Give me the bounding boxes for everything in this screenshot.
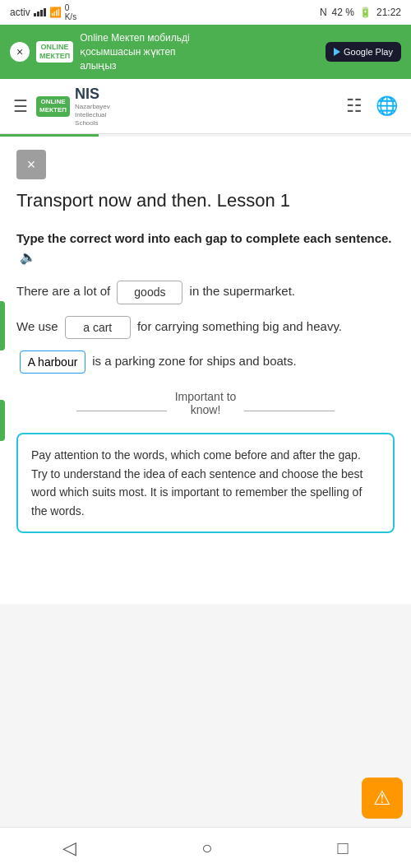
promo-text: Online Мектеп мобильдіқосымшасын жүктепа… <box>80 31 190 72</box>
battery-icon: 🔋 <box>359 7 372 18</box>
carrier-label: activ <box>10 7 30 18</box>
status-left: activ 📶 0K/s <box>10 3 76 21</box>
speaker-icon[interactable]: 🔈 <box>20 250 36 264</box>
promo-banner: × ONLINE МЕКТЕП Online Мектеп мобильдіқо… <box>0 25 411 79</box>
info-box-text: Pay attention to the words, which come b… <box>31 448 363 517</box>
close-icon: × <box>16 45 23 58</box>
close-icon: × <box>27 156 36 174</box>
sentence-1-gap[interactable]: goods <box>117 281 182 304</box>
list-icon[interactable]: ☷ <box>346 95 363 117</box>
main-content: × Transport now and then. Lesson 1 Type … <box>0 137 411 604</box>
nav-left: ☰ ONLINE МЕКТЕП NIS NazarbayevIntellectu… <box>13 86 110 127</box>
nav-right: ☷ 🌐 <box>346 95 398 117</box>
recents-button[interactable]: □ <box>338 838 349 859</box>
sentence-3-after: is a parking zone for ships and boats. <box>92 354 296 368</box>
sentence-1-after: in the supermarket. <box>190 284 295 298</box>
data-speed: 0K/s <box>65 3 76 21</box>
bottom-nav: ◁ ○ □ <box>0 827 411 868</box>
sentence-2-gap[interactable]: a cart <box>65 316 131 339</box>
wifi-icon: 📶 <box>49 7 62 18</box>
promo-close-button[interactable]: × <box>10 42 30 62</box>
home-button[interactable]: ○ <box>201 838 212 859</box>
hamburger-icon[interactable]: ☰ <box>13 96 28 116</box>
info-box: Pay attention to the words, which come b… <box>16 433 395 533</box>
sentence-2-after: for carrying something big and heavy. <box>137 319 342 333</box>
sentence-1: There are a lot of goods in the supermar… <box>16 281 395 304</box>
nav-logo-container: ONLINE МЕКТЕП NIS NazarbayevIntellectual… <box>36 86 110 127</box>
nis-subtitle: NazarbayevIntellectualSchools <box>75 103 110 127</box>
blank-left <box>76 395 167 411</box>
left-accent-bar <box>0 301 5 350</box>
back-button[interactable]: ◁ <box>62 838 76 859</box>
time-label: 21:22 <box>376 7 401 18</box>
left-accent-bar-2 <box>0 400 5 441</box>
network-icon: N <box>320 7 327 18</box>
lesson-title: Transport now and then. Lesson 1 <box>16 189 395 213</box>
play-icon <box>334 48 340 56</box>
nis-logo: NIS <box>75 86 110 103</box>
close-button[interactable]: × <box>16 150 46 179</box>
sentence-3: A harbour is a parking zone for ships an… <box>16 350 395 374</box>
important-section: Important toknow! <box>16 390 395 416</box>
battery-label: 42 % <box>332 7 354 18</box>
sentence-1-before: There are a lot of <box>16 284 113 298</box>
online-mektep-logo: ONLINE МЕКТЕП <box>36 96 70 117</box>
instruction-text: Type the correct word into each gap to c… <box>16 230 395 268</box>
status-right: N 42 % 🔋 21:22 <box>320 7 401 18</box>
warning-icon: ⚠ <box>373 787 391 810</box>
promo-logo: ONLINE МЕКТЕП <box>36 41 73 63</box>
google-play-button[interactable]: Google Play <box>326 42 401 62</box>
signal-bars <box>34 8 46 16</box>
promo-banner-left: × ONLINE МЕКТЕП Online Мектеп мобильдіқо… <box>10 31 190 72</box>
sentence-2: We use a cart for carrying something big… <box>16 316 395 339</box>
sentence-2-before: We use <box>16 319 62 333</box>
blank-right <box>244 395 335 411</box>
warning-button[interactable]: ⚠ <box>362 777 403 819</box>
sentence-3-gap[interactable]: A harbour <box>20 350 85 374</box>
status-bar: activ 📶 0K/s N 42 % 🔋 21:22 <box>0 0 411 25</box>
important-label: Important toknow! <box>167 390 245 416</box>
globe-icon[interactable]: 🌐 <box>376 95 398 117</box>
nav-bar: ☰ ONLINE МЕКТЕП NIS NazarbayevIntellectu… <box>0 79 411 134</box>
